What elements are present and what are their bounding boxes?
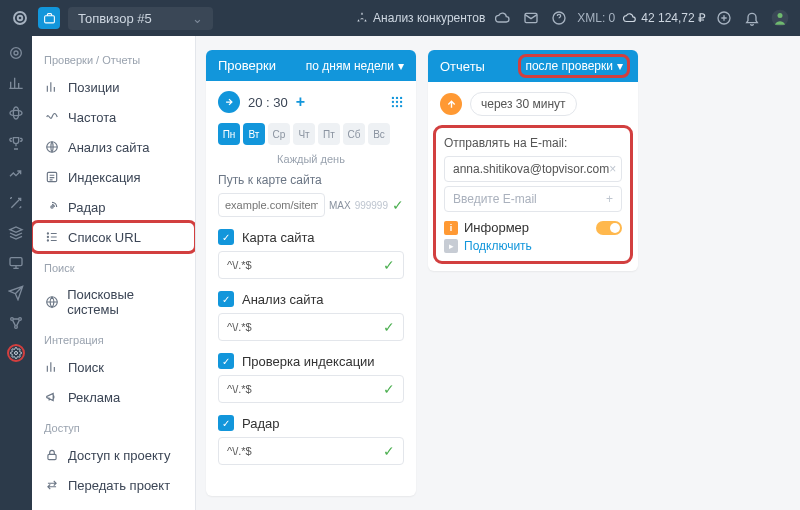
checkbox-icon[interactable]: ✓ bbox=[218, 415, 234, 431]
pattern-row[interactable]: ^\/.*$✓ bbox=[218, 313, 404, 341]
svg-point-31 bbox=[392, 105, 394, 107]
help-icon[interactable] bbox=[549, 8, 569, 28]
svg-point-27 bbox=[400, 97, 402, 99]
sidebar-item-url-list[interactable]: Список URL bbox=[32, 222, 195, 252]
list-icon bbox=[44, 229, 60, 245]
svg-rect-2 bbox=[44, 15, 54, 22]
svg-point-15 bbox=[15, 326, 18, 329]
sidebar-item-project-access[interactable]: Доступ к проекту bbox=[32, 440, 195, 470]
sidebar-item-site-analysis[interactable]: Анализ сайта bbox=[32, 132, 195, 162]
sidebar-item-search-systems[interactable]: Поисковые системы bbox=[32, 280, 195, 324]
weekday-selector: ПнВтСрЧтПтСбВс bbox=[218, 123, 404, 145]
svg-point-13 bbox=[11, 318, 14, 321]
connect-link[interactable]: ▸ Подключить bbox=[444, 239, 622, 253]
plus-icon[interactable] bbox=[714, 8, 734, 28]
svg-point-11 bbox=[13, 107, 18, 119]
sitemap-input[interactable] bbox=[218, 193, 325, 217]
pattern-value: ^\/.*$ bbox=[227, 259, 252, 271]
competitor-analysis-link[interactable]: Анализ конкурентов bbox=[355, 11, 485, 25]
section-checkbox-row: ✓Карта сайта bbox=[218, 229, 404, 245]
rail-trend-icon[interactable] bbox=[7, 164, 25, 182]
schedule-mode-dropdown[interactable]: по дням недели ▾ bbox=[306, 59, 404, 73]
svg-point-16 bbox=[15, 352, 18, 355]
section-checkbox-row: ✓Проверка индексации bbox=[218, 353, 404, 369]
add-email-icon[interactable]: + bbox=[606, 192, 613, 206]
balance-display[interactable]: 42 124,72 ₽ bbox=[623, 11, 706, 25]
pattern-row[interactable]: ^\/.*$✓ bbox=[218, 251, 404, 279]
bell-icon[interactable] bbox=[742, 8, 762, 28]
rail-settings-icon[interactable] bbox=[7, 344, 25, 362]
max-value: 999999 bbox=[355, 200, 388, 211]
day-Чт[interactable]: Чт bbox=[293, 123, 315, 145]
day-Вс[interactable]: Вс bbox=[368, 123, 390, 145]
wave-icon bbox=[44, 109, 60, 125]
day-Пн[interactable]: Пн bbox=[218, 123, 240, 145]
checks-panel: Проверки по дням недели ▾ 20 : 30 + ПнВт… bbox=[206, 50, 416, 496]
pattern-row[interactable]: ^\/.*$✓ bbox=[218, 437, 404, 465]
day-Вт[interactable]: Вт bbox=[243, 123, 265, 145]
checkbox-icon[interactable]: ✓ bbox=[218, 353, 234, 369]
bars-icon bbox=[44, 79, 60, 95]
reports-title: Отчеты bbox=[440, 59, 485, 74]
logo-icon[interactable] bbox=[10, 8, 30, 28]
rail-chart-icon[interactable] bbox=[7, 74, 25, 92]
delay-pill[interactable]: через 30 минут bbox=[470, 92, 577, 116]
email-entry[interactable]: anna.shitikova@topvisor.com × bbox=[444, 156, 622, 182]
briefcase-icon[interactable] bbox=[38, 7, 60, 29]
checks-title: Проверки bbox=[218, 58, 276, 73]
sidebar-item-indexing[interactable]: Индексация bbox=[32, 162, 195, 192]
check-icon: ✓ bbox=[392, 197, 404, 213]
rail-send-icon[interactable] bbox=[7, 284, 25, 302]
time-up-button[interactable] bbox=[218, 91, 240, 113]
cloud-icon[interactable] bbox=[493, 8, 513, 28]
rail-wand-icon[interactable] bbox=[7, 194, 25, 212]
rail-trophy-icon[interactable] bbox=[7, 134, 25, 152]
informer-label: Информер bbox=[464, 220, 529, 235]
svg-point-9 bbox=[14, 51, 18, 55]
rail-target-icon[interactable] bbox=[7, 44, 25, 62]
day-Ср[interactable]: Ср bbox=[268, 123, 290, 145]
rail-monitor-icon[interactable] bbox=[7, 254, 25, 272]
checks-panel-header: Проверки по дням недели ▾ bbox=[206, 50, 416, 81]
avatar-icon[interactable] bbox=[770, 8, 790, 28]
pattern-value: ^\/.*$ bbox=[227, 383, 252, 395]
mail-icon[interactable] bbox=[521, 8, 541, 28]
project-selector[interactable]: Топвизор #5 ⌄ bbox=[68, 7, 213, 30]
caret-down-icon: ▾ bbox=[617, 59, 623, 73]
email-input[interactable]: Введите E-mail + bbox=[444, 186, 622, 212]
pattern-row[interactable]: ^\/.*$✓ bbox=[218, 375, 404, 403]
sidebar-item-int-ads[interactable]: Реклама bbox=[32, 382, 195, 412]
day-Пт[interactable]: Пт bbox=[318, 123, 340, 145]
remove-email-icon[interactable]: × bbox=[609, 162, 616, 176]
svg-point-22 bbox=[47, 240, 48, 241]
checkbox-icon[interactable]: ✓ bbox=[218, 291, 234, 307]
reports-panel-header: Отчеты после проверки ▾ bbox=[428, 50, 638, 82]
sidebar-item-transfer-project[interactable]: Передать проект bbox=[32, 470, 195, 500]
reports-mode-dropdown[interactable]: после проверки ▾ bbox=[522, 58, 626, 74]
checkbox-icon[interactable]: ✓ bbox=[218, 229, 234, 245]
rail-atom-icon[interactable] bbox=[7, 104, 25, 122]
sidebar: Проверки / Отчеты Позиции Частота Анализ… bbox=[32, 36, 196, 510]
sidebar-item-frequency[interactable]: Частота bbox=[32, 102, 195, 132]
sidebar-heading-access: Доступ bbox=[32, 412, 195, 440]
svg-point-30 bbox=[400, 101, 402, 103]
xml-counter[interactable]: XML: 0 bbox=[577, 11, 615, 25]
sidebar-item-positions[interactable]: Позиции bbox=[32, 72, 195, 102]
megaphone-icon bbox=[44, 389, 60, 405]
rail-nodes-icon[interactable] bbox=[7, 314, 25, 332]
sidebar-item-int-search[interactable]: Поиск bbox=[32, 352, 195, 382]
svg-point-7 bbox=[778, 13, 783, 18]
check-icon: ✓ bbox=[383, 257, 395, 273]
check-icon: ✓ bbox=[383, 319, 395, 335]
rail-layers-icon[interactable] bbox=[7, 224, 25, 242]
day-Сб[interactable]: Сб bbox=[343, 123, 365, 145]
grid-icon[interactable] bbox=[390, 95, 404, 109]
svg-point-19 bbox=[51, 206, 53, 208]
section-label: Проверка индексации bbox=[242, 354, 375, 369]
sidebar-item-radar[interactable]: Радар bbox=[32, 192, 195, 222]
add-time-button[interactable]: + bbox=[296, 93, 305, 111]
informer-toggle[interactable] bbox=[596, 221, 622, 235]
section-label: Анализ сайта bbox=[242, 292, 324, 307]
pattern-value: ^\/.*$ bbox=[227, 321, 252, 333]
time-value: 20 : 30 bbox=[248, 95, 288, 110]
